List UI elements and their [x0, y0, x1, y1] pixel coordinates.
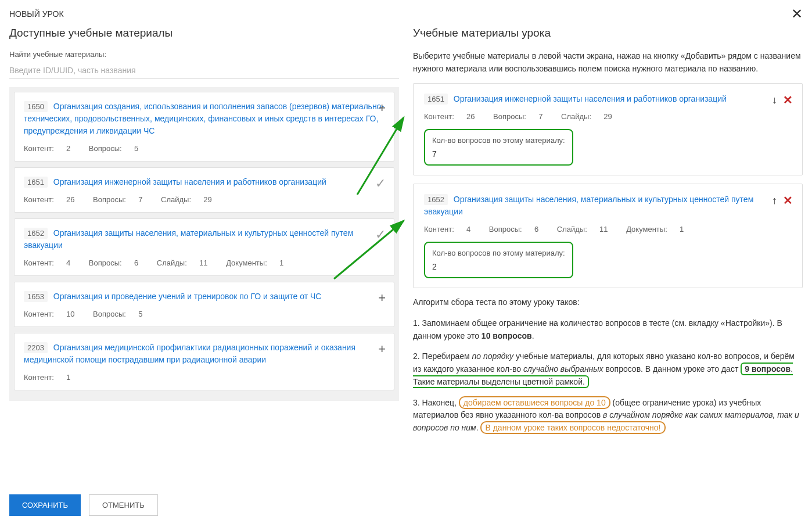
question-count-value[interactable]: 7 [432, 149, 565, 159]
left-scroll-area[interactable]: 1650 Организация создания, использования… [9, 87, 399, 496]
check-icon: ✓ [375, 227, 386, 242]
save-button[interactable]: СОХРАНИТЬ [9, 494, 81, 516]
footer: СОХРАНИТЬ ОТМЕНИТЬ [0, 486, 812, 524]
right-scroll-area[interactable]: Выберите учебные материалы в левой части… [413, 50, 803, 496]
lesson-materials-panel: Учебные материалы урока Выберите учебные… [413, 27, 803, 496]
material-id: 1651 [24, 177, 48, 188]
material-id: 1651 [424, 94, 448, 105]
material-title-link[interactable]: Организация инженерной защиты населения … [53, 177, 326, 186]
material-card: 2203 Организация медицинской профилактик… [14, 333, 394, 390]
add-icon[interactable]: + [378, 101, 386, 116]
available-materials-panel: Доступные учебные материалы Найти учебны… [9, 27, 399, 496]
material-card: 1652 Организация защиты населения, матер… [14, 218, 394, 276]
algo-step-2: 2. Перебираем по порядку учебные материа… [413, 350, 803, 388]
material-card: 1650 Организация создания, использования… [14, 92, 394, 161]
question-count-box: Кол-во вопросов по этому материалу: 7 [424, 129, 573, 166]
question-count-box: Кол-во вопросов по этому материалу: 2 [424, 242, 573, 278]
search-input[interactable] [9, 62, 399, 79]
check-icon: ✓ [375, 176, 386, 191]
material-title-link[interactable]: Организация создания, использования и по… [24, 102, 384, 135]
add-icon[interactable]: + [378, 342, 386, 357]
question-count-value[interactable]: 2 [432, 262, 565, 271]
right-section-title: Учебные материалы урока [413, 27, 803, 40]
left-section-title: Доступные учебные материалы [9, 27, 399, 40]
move-up-icon[interactable]: ↑ [772, 195, 777, 207]
material-id: 1653 [24, 291, 48, 302]
algo-step-3: 3. Наконец, добираем оставшиеся вопросы … [413, 397, 803, 435]
remove-icon[interactable]: ✕ [783, 93, 793, 107]
material-id: 1652 [24, 228, 48, 239]
material-title-link[interactable]: Организация инженерной защиты населения … [454, 94, 727, 103]
material-card: 1651 Организация инженерной защиты насел… [14, 167, 394, 213]
add-icon[interactable]: + [378, 290, 386, 306]
modal-title: НОВЫЙ УРОК [9, 9, 64, 19]
intro-text: Выберите учебные материалы в левой части… [413, 50, 803, 75]
material-card: 1653 Организация и проведение учений и т… [14, 282, 394, 327]
algo-step-1: 1. Запоминаем общее ограничение на колич… [413, 317, 803, 342]
material-id: 2203 [24, 342, 48, 353]
algo-title: Алгоритм сбора теста по этому уроку тако… [413, 296, 803, 309]
remove-icon[interactable]: ✕ [783, 193, 793, 207]
search-label: Найти учебные материалы: [9, 50, 399, 59]
material-title-link[interactable]: Организация медицинской профилактики рад… [24, 343, 355, 364]
material-title-link[interactable]: Организация защиты населения, материальн… [24, 228, 353, 250]
move-down-icon[interactable]: ↓ [772, 94, 777, 106]
modal-header: НОВЫЙ УРОК ✕ [0, 0, 812, 21]
material-title-link[interactable]: Организация и проведение учений и тренир… [53, 292, 322, 301]
lesson-material-card: 1652 Организация защиты населения, матер… [413, 184, 803, 288]
material-id: 1652 [424, 194, 448, 205]
material-title-link[interactable]: Организация защиты населения, материальн… [424, 195, 753, 216]
cancel-button[interactable]: ОТМЕНИТЬ [89, 494, 158, 516]
material-id: 1650 [24, 101, 48, 112]
lesson-material-card: 1651 Организация инженерной защиты насел… [413, 83, 803, 175]
close-icon[interactable]: ✕ [791, 7, 803, 21]
